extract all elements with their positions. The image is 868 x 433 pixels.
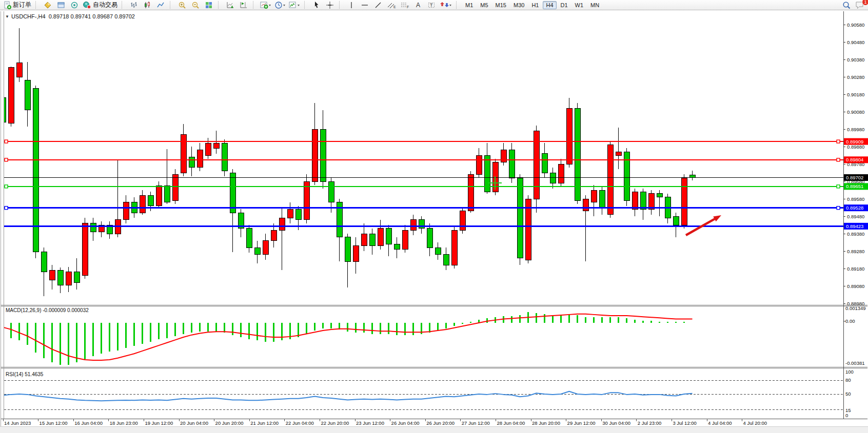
svg-text:0.89280: 0.89280	[847, 249, 864, 254]
separator	[35, 1, 39, 9]
svg-text:22 Jun 04:00: 22 Jun 04:00	[286, 420, 314, 426]
svg-text:22 Jun 20:00: 22 Jun 20:00	[321, 420, 349, 426]
new-order-button[interactable]: 新订单	[2, 0, 33, 10]
vline-tool-button[interactable]	[345, 0, 358, 10]
panel-frame	[0, 10, 868, 433]
svg-text:3 Jul 12:00: 3 Jul 12:00	[673, 420, 696, 426]
trendline-icon	[374, 1, 382, 9]
hline-tool-button[interactable]	[358, 0, 371, 10]
signal-icon	[70, 1, 78, 9]
separator	[339, 1, 343, 9]
signal-button[interactable]	[68, 0, 81, 10]
notifications-button[interactable]: 1	[853, 0, 866, 10]
svg-text:80: 80	[845, 377, 851, 383]
crosshair-icon	[326, 1, 334, 9]
new-order-icon	[3, 1, 11, 9]
zoom-in-icon	[178, 1, 186, 9]
autoscroll-button[interactable]	[224, 0, 237, 10]
svg-text:26 Jun 04:00: 26 Jun 04:00	[391, 420, 420, 426]
timeframe-m30-button[interactable]: M30	[510, 1, 527, 9]
label-icon: T	[427, 1, 436, 9]
autotrade-button[interactable]: 自动交易	[81, 0, 119, 10]
timeframe-h1-button[interactable]: H1	[528, 1, 542, 9]
chart-candles-button[interactable]	[141, 0, 154, 10]
market-window-button[interactable]	[54, 0, 68, 10]
timeframe-w1-button[interactable]: W1	[572, 1, 587, 9]
svg-text:29 Jun 12:00: 29 Jun 12:00	[567, 420, 596, 426]
symbols-button[interactable]	[41, 0, 54, 10]
svg-text:0.90580: 0.90580	[847, 22, 864, 28]
svg-text:0.90180: 0.90180	[847, 92, 864, 97]
svg-text:4 Jul 20:00: 4 Jul 20:00	[743, 420, 767, 426]
line-chart-icon	[156, 1, 165, 9]
timeframe-d1-button[interactable]: D1	[558, 1, 571, 9]
svg-text:F: F	[407, 5, 409, 9]
text-tool-button[interactable]: A	[411, 0, 425, 10]
chart-line-button[interactable]	[154, 0, 167, 10]
collapse-arrow-icon[interactable]: ▼	[5, 14, 9, 19]
fibonacci-tool-button[interactable]: F	[398, 0, 411, 10]
zoom-out-button[interactable]	[189, 0, 202, 10]
zoom-in-button[interactable]	[175, 0, 189, 10]
new-chart-dropdown[interactable]	[259, 0, 273, 10]
svg-text:T: T	[430, 3, 433, 8]
zoom-out-icon	[191, 1, 200, 9]
separator	[170, 1, 173, 9]
timeframe-mn-button[interactable]: MN	[587, 1, 602, 9]
svg-text:-0.00381: -0.00381	[845, 360, 865, 366]
shapes-icon	[440, 1, 452, 9]
svg-text:0.89980: 0.89980	[847, 127, 864, 132]
toolbar: 新订单 自动交易	[0, 0, 868, 10]
channel-icon: E	[387, 1, 396, 9]
label-tool-button[interactable]: T	[425, 0, 438, 10]
crosshair-button[interactable]	[323, 0, 337, 10]
new-chart-icon	[260, 1, 271, 9]
timeframe-h4-button[interactable]: H4	[543, 1, 556, 9]
svg-text:0.89423: 0.89423	[846, 223, 863, 229]
svg-text:0.89909: 0.89909	[846, 139, 863, 145]
svg-text:50: 50	[845, 391, 851, 397]
hline-icon	[361, 1, 369, 9]
svg-text:28 Jun 20:00: 28 Jun 20:00	[532, 420, 560, 426]
bar-chart-icon	[130, 1, 138, 9]
svg-text:19 Jun 12:00: 19 Jun 12:00	[145, 420, 173, 426]
svg-text:28 Jun 04:00: 28 Jun 04:00	[497, 420, 525, 426]
window-icon	[57, 1, 65, 9]
timeframe-m5-button[interactable]: M5	[477, 1, 491, 9]
trendline-tool-button[interactable]	[371, 0, 385, 10]
new-order-label: 新订单	[13, 1, 31, 9]
svg-text:20 Jun 20:00: 20 Jun 20:00	[215, 420, 244, 426]
chart-shift-button[interactable]	[237, 0, 250, 10]
chart-title: ▼USDCHF-,H4 0.89718 0.89741 0.89687 0.89…	[5, 13, 135, 19]
timeframe-m1-button[interactable]: M1	[462, 1, 476, 9]
svg-text:16 Jun 04:00: 16 Jun 04:00	[74, 420, 103, 426]
svg-text:0: 0	[845, 413, 848, 418]
svg-text:23 Jun 12:00: 23 Jun 12:00	[356, 420, 384, 426]
chart-bars-button[interactable]	[127, 0, 141, 10]
separator	[122, 1, 125, 9]
timeframe-m15-button[interactable]: M15	[492, 1, 509, 9]
indicators-dropdown[interactable]	[287, 0, 302, 10]
fibonacci-icon: F	[400, 1, 409, 9]
svg-text:0.90080: 0.90080	[847, 109, 864, 115]
tile-windows-icon	[205, 1, 213, 9]
svg-text:18 Jun 23:00: 18 Jun 23:00	[110, 420, 138, 426]
search-button[interactable]	[840, 0, 853, 10]
svg-text:0.001349: 0.001349	[845, 305, 866, 311]
shapes-dropdown[interactable]	[438, 0, 453, 10]
cursor-button[interactable]	[310, 0, 323, 10]
text-icon: A	[415, 1, 422, 9]
tile-windows-button[interactable]	[202, 0, 215, 10]
symbol-period: USDCHF-,H4	[11, 13, 46, 19]
vline-icon	[348, 1, 355, 9]
svg-text:0.90480: 0.90480	[847, 39, 864, 45]
svg-text:0.89804: 0.89804	[846, 157, 863, 162]
channel-tool-button[interactable]: E	[385, 0, 398, 10]
svg-text:0.89380: 0.89380	[847, 231, 864, 237]
svg-text:100: 100	[845, 369, 854, 375]
periods-dropdown[interactable]	[273, 0, 287, 10]
svg-text:A: A	[416, 2, 420, 9]
svg-text:14 Jun 2023: 14 Jun 2023	[4, 420, 31, 426]
cursor-icon	[312, 1, 321, 9]
chart-canvas[interactable]: 0.905800.904800.903800.902800.901800.900…	[0, 0, 868, 433]
